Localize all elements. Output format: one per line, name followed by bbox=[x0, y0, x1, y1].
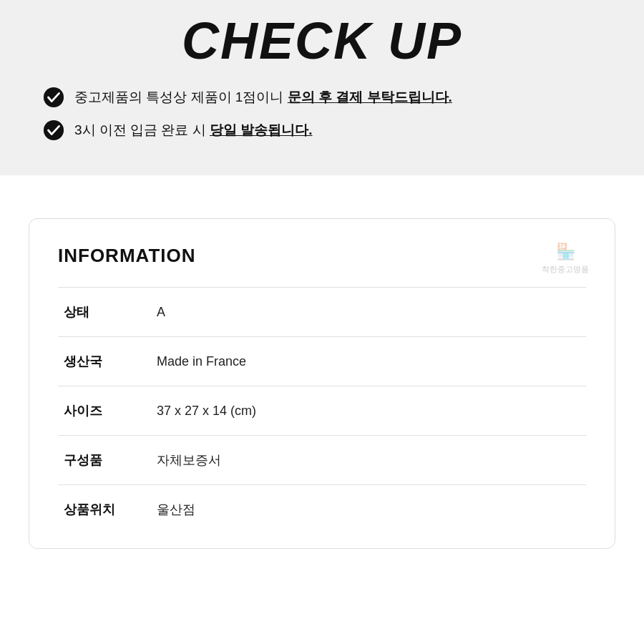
table-value: Made in France bbox=[151, 337, 586, 386]
table-value: 자체보증서 bbox=[151, 436, 586, 485]
brand-watermark: 🏪 착한중고명품 bbox=[542, 242, 589, 274]
info-table: 상태A생산국Made in France사이즈37 x 27 x 14 (cm)… bbox=[58, 287, 586, 534]
table-row: 생산국Made in France bbox=[58, 337, 586, 386]
checkmark-icon-2 bbox=[43, 119, 64, 141]
checkmark-icon-1 bbox=[43, 87, 64, 108]
info-card-title: INFORMATION bbox=[58, 245, 586, 267]
table-row: 상품위치울산점 bbox=[58, 485, 586, 535]
table-row: 상태A bbox=[58, 288, 586, 337]
table-label: 사이즈 bbox=[58, 386, 151, 436]
spacer bbox=[0, 175, 644, 218]
table-label: 상품위치 bbox=[58, 485, 151, 535]
table-value: 37 x 27 x 14 (cm) bbox=[151, 386, 586, 436]
table-row: 사이즈37 x 27 x 14 (cm) bbox=[58, 386, 586, 436]
checklist-item-2: 3시 이전 입금 완료 시 당일 발송됩니다. bbox=[43, 119, 601, 141]
brand-icon: 🏪 bbox=[542, 242, 589, 263]
svg-point-0 bbox=[44, 87, 64, 107]
checklist-item-1-text: 중고제품의 특성상 제품이 1점이니 문의 후 결제 부탁드립니다. bbox=[74, 87, 452, 108]
header-section: CHECK UP 중고제품의 특성상 제품이 1점이니 문의 후 결제 부탁드립… bbox=[0, 0, 644, 175]
table-label: 구성품 bbox=[58, 436, 151, 485]
table-label: 상태 bbox=[58, 288, 151, 337]
table-value: 울산점 bbox=[151, 485, 586, 535]
table-row: 구성품자체보증서 bbox=[58, 436, 586, 485]
page-title: CHECK UP bbox=[43, 13, 601, 69]
svg-point-1 bbox=[44, 120, 64, 140]
checklist: 중고제품의 특성상 제품이 1점이니 문의 후 결제 부탁드립니다. 3시 이전… bbox=[43, 87, 601, 152]
checklist-item-1: 중고제품의 특성상 제품이 1점이니 문의 후 결제 부탁드립니다. bbox=[43, 87, 601, 108]
brand-text: 착한중고명품 bbox=[542, 265, 589, 273]
table-label: 생산국 bbox=[58, 337, 151, 386]
info-card: INFORMATION 🏪 착한중고명품 상태A생산국Made in Franc… bbox=[29, 218, 615, 549]
table-value: A bbox=[151, 288, 586, 337]
checklist-item-2-text: 3시 이전 입금 완료 시 당일 발송됩니다. bbox=[74, 120, 313, 141]
